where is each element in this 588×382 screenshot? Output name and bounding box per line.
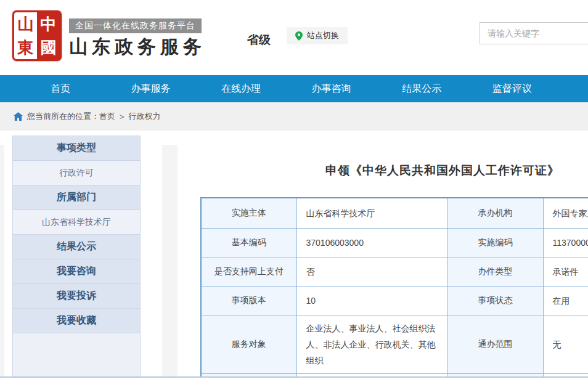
breadcrumb-home-link[interactable]: 首页 — [99, 111, 115, 122]
breadcrumb-prefix: 您当前所在的位置： — [27, 111, 99, 122]
cell-label: 事项状态 — [447, 286, 543, 315]
cell-value: 承诺件 — [543, 258, 588, 286]
seal-char: 東 — [14, 36, 37, 59]
cell-value: 无 — [543, 315, 588, 373]
cell-value: 山东省科学技术厅 — [296, 198, 447, 228]
nav-item-consultation[interactable]: 办事咨询 — [287, 75, 377, 102]
cell-value: 企业法人、事业法人、社会组织法人、非法人企业、行政机关、其他组织 — [296, 315, 447, 373]
seal-char: 山 — [14, 12, 37, 36]
sidebar-item-complaint[interactable]: 我要投诉 — [13, 284, 140, 309]
nav-item-results[interactable]: 结果公示 — [377, 75, 467, 102]
nav-item-online-handling[interactable]: 在线办理 — [196, 75, 287, 102]
location-pin-icon — [295, 31, 303, 41]
cell-label: 服务对象 — [201, 315, 296, 373]
home-icon — [14, 112, 23, 121]
page-body: 事项类型 行政许可 所属部门 山东省科学技术厅 结果公示 我要咨询 我要投诉 我… — [0, 131, 588, 376]
sidebar: 事项类型 行政许可 所属部门 山东省科学技术厅 结果公示 我要咨询 我要投诉 我… — [12, 136, 141, 376]
table-row: 是否支持网上支付 否 办件类型 承诺件 — [201, 258, 588, 286]
sidebar-item-science-tech-dept[interactable]: 山东省科学技术厅 — [13, 210, 140, 235]
sidebar-item-favorite[interactable]: 我要收藏 — [13, 309, 140, 333]
cell-label: 通办范围 — [447, 315, 543, 373]
cell-value: 否 — [296, 258, 447, 286]
sidebar-item-item-type[interactable]: 事项类型 — [13, 136, 140, 161]
table-row: 实施主体 山东省科学技术厅 承办机构 外国专家服 — [201, 198, 588, 228]
breadcrumb-separator: > — [120, 112, 125, 121]
breadcrumb-current[interactable]: 行政权力 — [129, 111, 161, 122]
content-divider-strip — [162, 145, 178, 376]
breadcrumb: 您当前所在的位置： 首页 > 行政权力 — [0, 102, 588, 131]
cell-value: 外国专家服 — [543, 198, 588, 228]
table-row: 服务对象 企业法人、事业法人、社会组织法人、非法人企业、行政机关、其他组织 通办… — [201, 315, 588, 373]
sidebar-item-department[interactable]: 所属部门 — [13, 185, 140, 210]
site-switch-button[interactable]: 站点切换 — [287, 27, 348, 44]
cell-value: 10 — [296, 286, 447, 315]
shandong-seal-icon: 山 中 東 國 — [12, 10, 62, 61]
search-input[interactable] — [480, 23, 588, 44]
seal-char: 中 — [37, 12, 60, 36]
nav-item-home[interactable]: 首页 — [15, 75, 106, 102]
sidebar-filler — [13, 333, 140, 376]
sidebar-item-administrative-license[interactable]: 行政许可 — [13, 161, 140, 185]
nav-item-supervision[interactable]: 监督评议 — [467, 75, 558, 102]
nav-item-services[interactable]: 办事服务 — [106, 75, 197, 102]
table-row: 基本编码 370106003000 实施编码 113700000 — [201, 228, 588, 258]
cell-label: 实施编码 — [447, 228, 543, 258]
main-content: 申领《中华人民共和国外国人工作许可证》 实施主体 山东省科学技术厅 承办机构 外… — [200, 131, 588, 376]
cell-label: 是否支持网上支付 — [201, 258, 296, 286]
cell-label: 实施主体 — [201, 198, 296, 228]
cell-value: 370106003000 — [296, 228, 447, 258]
item-info-table: 实施主体 山东省科学技术厅 承办机构 外国专家服 基本编码 3701060030… — [200, 197, 588, 376]
page-title: 申领《中华人民共和国外国人工作许可证》 — [200, 163, 588, 179]
cell-label: 承办机构 — [447, 198, 543, 228]
cell-label: 办件类型 — [447, 258, 543, 286]
left-gutter-strip — [0, 145, 4, 376]
cell-value: 在用 — [543, 286, 588, 315]
site-header: 山 中 東 國 全国一体化在线政务服务平台 山东政务服务 省级 站点切换 — [0, 0, 588, 75]
cell-label: 事项版本 — [201, 286, 296, 315]
footer-top-border — [0, 376, 588, 378]
page: 山 中 東 國 全国一体化在线政务服务平台 山东政务服务 省级 站点切换 首页 … — [0, 0, 588, 382]
cell-value: 113700000 — [543, 228, 588, 258]
cell-label: 基本编码 — [201, 228, 296, 258]
site-switch-label: 站点切换 — [307, 30, 339, 41]
seal-char: 國 — [37, 36, 60, 59]
sidebar-item-consult[interactable]: 我要咨询 — [13, 259, 140, 284]
sidebar-item-results-publicity[interactable]: 结果公示 — [13, 235, 140, 259]
table-row: 事项版本 10 事项状态 在用 — [201, 286, 588, 315]
search-box — [480, 22, 588, 44]
brand-block: 全国一体化在线政务服务平台 山东政务服务 — [69, 10, 206, 60]
site-level-label: 省级 — [247, 32, 271, 48]
main-nav: 首页 办事服务 在线办理 办事咨询 结果公示 监督评议 — [0, 75, 588, 102]
site-title: 山东政务服务 — [69, 35, 206, 60]
site-logo[interactable]: 山 中 東 國 全国一体化在线政务服务平台 山东政务服务 — [12, 10, 206, 61]
platform-badge: 全国一体化在线政务服务平台 — [69, 18, 202, 33]
